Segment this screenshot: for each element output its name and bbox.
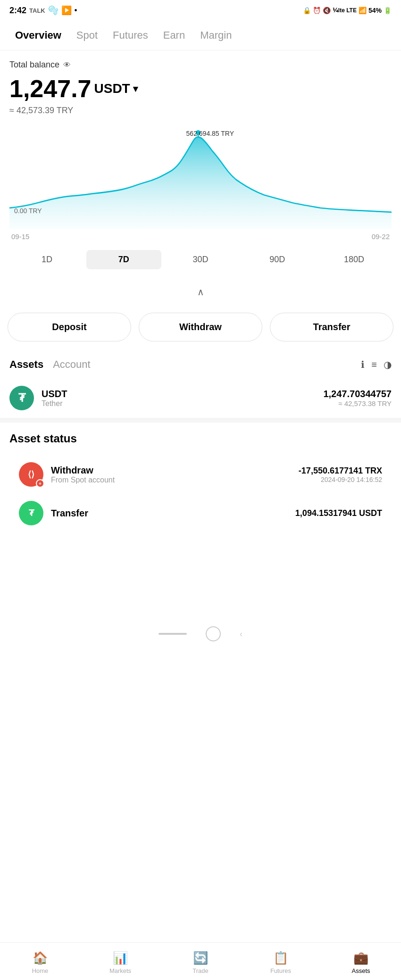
transfer-symbol: ₮: [29, 508, 34, 518]
asset-tab-icons: ℹ ≡ ◑: [361, 359, 392, 370]
status-network: ⅟₄lte LTE: [333, 7, 357, 14]
tx-from-withdraw: From Spot account: [51, 476, 291, 484]
deposit-button[interactable]: Deposit: [8, 313, 131, 341]
action-buttons: Deposit Withdraw Transfer: [0, 305, 401, 353]
balance-dropdown-arrow[interactable]: ▾: [133, 83, 138, 94]
chart-date-start: 09-15: [11, 233, 29, 241]
balance-label-row: Total balance 👁: [9, 60, 392, 70]
balance-amount-value: 1,247.7: [9, 75, 92, 103]
usdt-name: USDT: [42, 389, 316, 399]
period-1d[interactable]: 1D: [9, 250, 84, 269]
chart-label-top: 562,694.85 TRY: [186, 130, 234, 137]
period-180d[interactable]: 180D: [317, 250, 392, 269]
futures-nav-icon: 📋: [273, 951, 288, 965]
usdt-symbol: ₮: [18, 391, 25, 405]
status-right: 🔒 ⏰ 🔇 ⅟₄lte LTE 📶 54% 🔋: [303, 7, 392, 14]
tx-info-transfer: Transfer: [51, 508, 288, 519]
home-ind-line-left: [159, 633, 187, 635]
usdt-logo: ₮: [9, 386, 34, 410]
asset-row-usdt[interactable]: ₮ USDT Tether 1,247.70344757 ≈ 42,573.38…: [0, 378, 401, 418]
status-lock-icon: 🔒: [303, 7, 311, 14]
balance-fiat: ≈ 42,573.39 TRY: [9, 106, 392, 116]
balance-currency: USDT: [94, 81, 130, 96]
tx-amounts-withdraw: -17,550.6177141 TRX 2024-09-20 14:16:52: [299, 466, 382, 483]
tx-row-transfer[interactable]: ₮ Transfer 1,094.15317941 USDT: [9, 494, 392, 532]
nav-tabs: Overview Spot Futures Earn Margin: [0, 21, 401, 50]
nav-home-label: Home: [32, 967, 49, 974]
usdt-info: USDT Tether: [42, 389, 316, 408]
markets-icon: 📊: [113, 951, 128, 965]
tx-date-withdraw: 2024-09-20 14:16:52: [299, 476, 382, 483]
tx-logo-transfer: ₮: [19, 501, 43, 525]
home-ind-arrow: ‹: [240, 629, 242, 639]
chart-svg: [9, 125, 392, 229]
tab-assets[interactable]: Assets: [9, 357, 43, 373]
tx-logo-trx: ⟨⟩ +: [19, 462, 43, 487]
status-bar: 2:42 TALK 🫧 ▶️ • 🔒 ⏰ 🔇 ⅟₄lte LTE 📶 54% 🔋: [0, 0, 401, 21]
chart-date-end: 09-22: [372, 233, 390, 241]
asset-status-title: Asset status: [9, 432, 392, 445]
nav-trade-label: Trade: [192, 967, 208, 974]
chart-container: 562,694.85 TRY 0.00 TRY: [9, 125, 392, 229]
usdt-amount: 1,247.70344757: [323, 389, 392, 399]
home-icon: 🏠: [33, 951, 48, 965]
tx-amount-withdraw: -17,550.6177141 TRX: [299, 466, 382, 476]
assets-icon: 💼: [353, 951, 368, 965]
usdt-amounts: 1,247.70344757 ≈ 42,573.38 TRY: [323, 389, 392, 407]
info-icon[interactable]: ℹ: [361, 359, 365, 370]
nav-home[interactable]: 🏠 Home: [0, 951, 80, 974]
tx-badge: +: [36, 479, 44, 488]
status-dot: •: [75, 6, 77, 15]
tx-type-withdraw: Withdraw: [51, 465, 291, 476]
nav-assets[interactable]: 💼 Assets: [321, 951, 401, 974]
time-periods: 1D 7D 30D 90D 180D: [9, 248, 392, 279]
period-30d[interactable]: 30D: [163, 250, 238, 269]
tx-row-withdraw[interactable]: ⟨⟩ + Withdraw From Spot account -17,550.…: [9, 455, 392, 494]
collapse-button[interactable]: ∧: [0, 279, 401, 305]
trade-icon: 🔄: [193, 951, 208, 965]
tab-earn[interactable]: Earn: [156, 25, 192, 45]
tab-futures[interactable]: Futures: [105, 25, 156, 45]
period-90d[interactable]: 90D: [240, 250, 315, 269]
balance-label-text: Total balance: [9, 60, 59, 70]
nav-trade[interactable]: 🔄 Trade: [160, 951, 241, 974]
tx-amount-transfer: 1,094.15317941 USDT: [295, 508, 382, 518]
balance-amount-row: 1,247.7 USDT ▾: [9, 75, 392, 103]
status-msg-icon: 🫧: [48, 5, 58, 16]
status-talk-icon: TALK: [29, 7, 45, 14]
home-ind-circle: [206, 626, 221, 641]
nav-markets-label: Markets: [109, 967, 131, 974]
status-battery-icon: 🔋: [384, 7, 392, 14]
status-alarm-icon: ⏰: [313, 7, 321, 14]
chart-label-bottom: 0.00 TRY: [14, 207, 42, 215]
period-7d[interactable]: 7D: [86, 250, 161, 269]
home-indicator: ‹: [0, 626, 401, 643]
chart-dates: 09-15 09-22: [9, 233, 392, 241]
tab-account[interactable]: Account: [53, 357, 91, 373]
list-icon[interactable]: ≡: [371, 359, 377, 370]
trx-symbol: ⟨⟩: [28, 469, 34, 480]
usdt-fullname: Tether: [42, 399, 316, 408]
chevron-up-icon: ∧: [197, 286, 204, 298]
pie-icon[interactable]: ◑: [384, 359, 392, 370]
main-content: Total balance 👁 1,247.7 USDT ▾ ≈ 42,573.…: [0, 50, 401, 279]
tx-info-withdraw: Withdraw From Spot account: [51, 465, 291, 484]
withdraw-button[interactable]: Withdraw: [139, 313, 262, 341]
status-signal-icon: 📶: [359, 7, 367, 14]
tab-margin[interactable]: Margin: [192, 25, 239, 45]
tx-amounts-transfer: 1,094.15317941 USDT: [295, 508, 382, 518]
eye-icon[interactable]: 👁: [63, 61, 71, 69]
status-time: 2:42: [9, 6, 26, 16]
status-battery: 54%: [368, 7, 382, 14]
nav-futures-label: Futures: [270, 967, 291, 974]
nav-assets-label: Assets: [351, 967, 370, 974]
tab-spot[interactable]: Spot: [69, 25, 105, 45]
tab-overview[interactable]: Overview: [8, 25, 69, 45]
asset-tabs-row: Assets Account ℹ ≡ ◑: [0, 353, 401, 378]
nav-markets[interactable]: 📊 Markets: [80, 951, 160, 974]
nav-futures[interactable]: 📋 Futures: [241, 951, 321, 974]
bottom-nav: 🏠 Home 📊 Markets 🔄 Trade 📋 Futures 💼 Ass…: [0, 942, 401, 980]
status-yt-icon: ▶️: [61, 5, 72, 16]
tx-type-transfer: Transfer: [51, 508, 288, 519]
transfer-button[interactable]: Transfer: [270, 313, 393, 341]
